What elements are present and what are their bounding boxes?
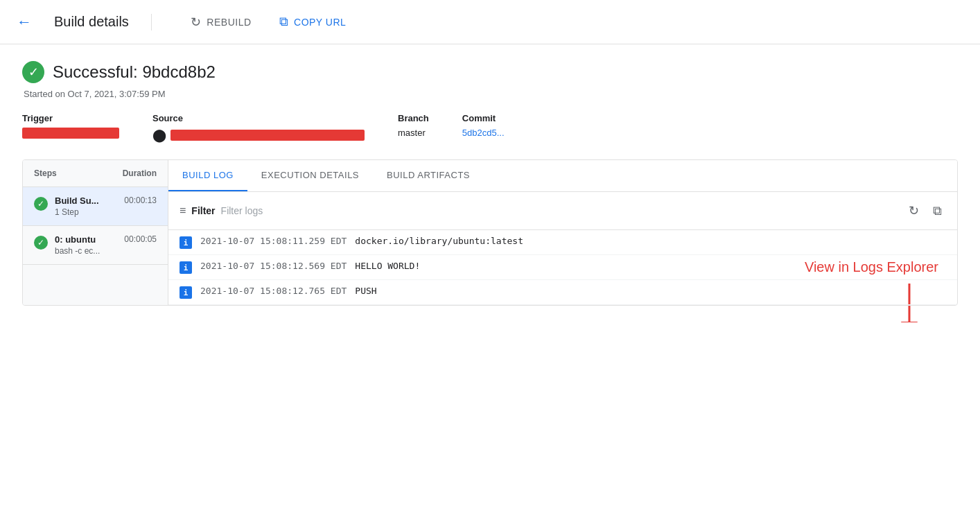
log-entries: i 2021-10-07 15:08:11.259 EDT docker.io/… [168,230,957,305]
log-tabs: BUILD LOG EXECUTION DETAILS BUILD ARTIFA… [168,160,957,192]
trigger-redacted [22,128,119,139]
log-panel: BUILD LOG EXECUTION DETAILS BUILD ARTIFA… [168,160,957,305]
steps-header: Steps Duration [23,160,168,187]
log-info-icon-1: i [180,261,192,274]
log-entry-2: i 2021-10-07 15:08:12.765 EDT PUSH [168,280,957,305]
log-info-icon-2: i [180,286,192,299]
filter-label: Filter [191,205,215,216]
log-timestamp-1: 2021-10-07 15:08:12.569 EDT [200,261,347,271]
step-sub-1: bash -c ec... [55,246,114,256]
step-name-0: Build Su... [55,195,114,206]
header-actions: ↻ REBUILD ⧉ COPY URL [185,9,352,35]
source-value: ⬤ [152,128,365,143]
filter-placeholder: Filter logs [221,205,263,216]
step-item-0[interactable]: ✓ Build Su... 1 Step 00:00:13 [23,187,168,226]
log-message-2: PUSH [355,286,376,296]
trigger-label: Trigger [22,113,119,123]
step-item-1[interactable]: ✓ 0: ubuntu bash -c ec... 00:00:05 [23,226,168,265]
log-toolbar-right: ↻ ⧉ [904,199,946,223]
log-entry-1: i 2021-10-07 15:08:12.569 EDT HELLO WORL… [168,255,957,280]
commit-label: Commit [462,113,505,123]
build-status: ✓ Successful: 9bdcd8b2 [22,61,958,83]
step-info-1: 0: ubuntu bash -c ec... [55,234,114,256]
log-timestamp-2: 2021-10-07 15:08:12.765 EDT [200,286,347,296]
step-sub-0: 1 Step [55,207,114,217]
step-duration-0: 00:00:13 [124,195,157,205]
branch-label: Branch [398,113,429,123]
branch-value: master [398,128,429,138]
commit-value: 5db2cd5... [462,128,505,138]
github-icon: ⬤ [152,128,166,143]
steps-label: Steps [34,168,57,178]
log-entry-0: i 2021-10-07 15:08:11.259 EDT docker.io/… [168,230,957,255]
step-name-1: 0: ubuntu [55,234,114,245]
steps-panel: Steps Duration ✓ Build Su... 1 Step 00:0… [23,160,168,305]
trigger-value [22,128,119,139]
open-in-new-button[interactable]: ⧉ [929,199,946,223]
duration-label: Duration [123,168,157,178]
rebuild-icon: ↻ [191,15,202,30]
svg-marker-1 [901,322,918,322]
source-redacted [170,130,365,141]
success-icon: ✓ [22,61,44,83]
step-success-icon-0: ✓ [34,197,48,211]
copy-icon: ⧉ [279,15,289,29]
tab-build-log[interactable]: BUILD LOG [168,160,247,191]
commit-group: Commit 5db2cd5... [462,113,505,138]
step-info-0: Build Su... 1 Step [55,195,114,217]
content-area: Steps Duration ✓ Build Su... 1 Step 00:0… [22,159,958,306]
log-message-0: docker.io/library/ubuntu:latest [355,236,523,246]
branch-group: Branch master [398,113,429,138]
commit-link[interactable]: 5db2cd5... [462,128,505,138]
source-group: Source ⬤ [152,113,365,143]
step-success-icon-1: ✓ [34,236,48,250]
log-message-1: HELLO WORLD! [355,261,420,271]
page-title: Build details [54,14,129,30]
log-toolbar: ≡ Filter Filter logs ↻ ⧉ [168,192,957,230]
copy-url-button[interactable]: ⧉ COPY URL [274,9,352,35]
filter-icon: ≡ [180,205,186,217]
trigger-group: Trigger [22,113,119,139]
log-info-icon-0: i [180,236,192,249]
main-content: ✓ Successful: 9bdcd8b2 Started on Oct 7,… [0,44,980,322]
build-meta: Trigger Source ⬤ Branch master Commit 5d… [22,113,958,143]
build-started: Started on Oct 7, 2021, 3:07:59 PM [24,89,958,99]
refresh-log-button[interactable]: ↻ [904,199,923,223]
source-label: Source [152,113,365,123]
log-timestamp-0: 2021-10-07 15:08:11.259 EDT [200,236,347,246]
tab-execution-details[interactable]: EXECUTION DETAILS [247,160,373,191]
header: ← Build details ↻ REBUILD ⧉ COPY URL [0,0,980,44]
build-status-title: Successful: 9bdcd8b2 [53,62,216,82]
rebuild-button[interactable]: ↻ REBUILD [185,9,257,35]
header-divider [151,14,152,31]
tab-build-artifacts[interactable]: BUILD ARTIFACTS [373,160,484,191]
step-duration-1: 00:00:05 [124,234,157,244]
back-button[interactable]: ← [17,13,32,31]
